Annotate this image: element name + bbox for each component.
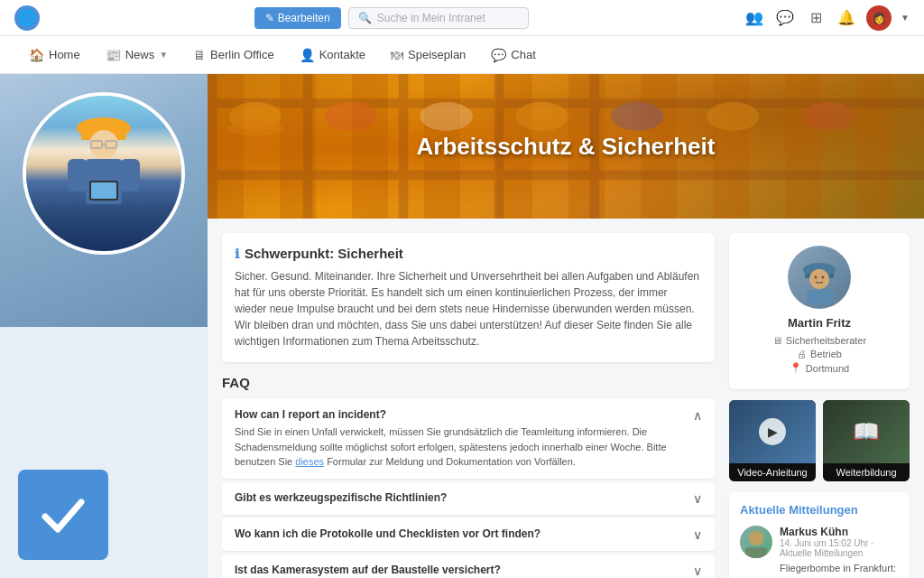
main-container: Arbeitsschutz & Sicherheit ℹ Schwerpunkt… xyxy=(0,74,924,578)
content-area: Arbeitsschutz & Sicherheit ℹ Schwerpunkt… xyxy=(208,74,924,578)
faq-toggle-3[interactable]: ∨ xyxy=(693,527,702,542)
mitteilungen-section: Aktuelle Mitteilungen Markus Kühn 14. Ju… xyxy=(729,492,910,578)
role-icon: 🖥 xyxy=(772,335,782,346)
svg-rect-31 xyxy=(807,290,832,304)
home-icon: 🏠 xyxy=(29,48,44,62)
content-left: ℹ Schwerpunkt: Sicherheit Sicher. Gesund… xyxy=(222,233,715,578)
bell-icon[interactable]: 🔔 xyxy=(836,7,857,29)
faq-toggle-4[interactable]: ∨ xyxy=(693,564,702,578)
location-icon: 📍 xyxy=(790,362,802,374)
mitteilung-meta: 14. Juni um 15:02 Uhr · Aktuelle Mitteil… xyxy=(780,538,899,558)
svg-rect-10 xyxy=(91,182,116,199)
play-button[interactable]: ▶ xyxy=(759,418,786,445)
media-cards: ▶ Video-Anleitung 📖 Weiterbildung xyxy=(729,400,910,481)
nav-chat[interactable]: 💬 Chat xyxy=(480,41,546,70)
svg-rect-14 xyxy=(303,74,313,219)
svg-point-24 xyxy=(707,102,759,131)
hero-title: Arbeitsschutz & Sicherheit xyxy=(417,133,716,161)
nav-home-label: Home xyxy=(49,48,80,61)
search-placeholder: Suche in Mein Intranet xyxy=(377,12,485,24)
nav-bar: 🏠 Home 📰 News ▼ 🖥 Berlin Office 👤 Kontak… xyxy=(0,36,924,74)
top-bar: 🌐 ✎ Bearbeiten 🔍 Suche in Mein Intranet … xyxy=(0,0,924,36)
faq-question-2: Gibt es werkzeugspezifische Richtlinien? xyxy=(235,491,686,504)
contact-card: Martin Fritz 🖥 Sicherheitsberater 🖨 Betr… xyxy=(729,233,910,389)
faq-link-1[interactable]: dieses xyxy=(295,456,324,467)
faq-toggle-1[interactable]: ∧ xyxy=(693,408,702,423)
mitteilung-content: Markus Kühn 14. Juni um 15:02 Uhr · Aktu… xyxy=(780,526,899,578)
nav-berlin-office-label: Berlin Office xyxy=(210,48,274,61)
sidebar-image xyxy=(0,74,208,327)
news-icon: 📰 xyxy=(106,48,121,62)
info-icon: ℹ xyxy=(235,247,239,261)
mitteilung-name: Markus Kühn xyxy=(780,526,899,538)
nav-news-label: News xyxy=(125,48,155,61)
nav-speiseplan[interactable]: 🍽 Speiseplan xyxy=(380,41,476,70)
edu-card[interactable]: 📖 Weiterbildung xyxy=(823,400,910,481)
svg-point-30 xyxy=(822,276,825,279)
chat-icon: 💬 xyxy=(491,48,506,62)
schwerpunkt-text: Sicher. Gesund. Miteinander. Ihre Sicher… xyxy=(235,268,702,350)
hero-banner: Arbeitsschutz & Sicherheit xyxy=(208,74,924,219)
dept-icon: 🖨 xyxy=(797,349,807,359)
mitteilungen-title: Aktuelle Mitteilungen xyxy=(740,503,899,517)
nav-kontakte[interactable]: 👤 Kontakte xyxy=(289,41,376,70)
svg-rect-7 xyxy=(68,159,88,191)
svg-point-32 xyxy=(749,531,763,545)
checkmark-box xyxy=(18,470,108,560)
dropdown-arrow: ▼ xyxy=(901,13,910,23)
contact-role: 🖥 Sicherheitsberater xyxy=(742,335,897,346)
edu-thumbnail: 📖 xyxy=(823,400,910,463)
nav-kontakte-label: Kontakte xyxy=(319,48,365,61)
faq-toggle-2[interactable]: ∨ xyxy=(693,491,702,506)
nav-home[interactable]: 🏠 Home xyxy=(18,41,91,70)
svg-rect-8 xyxy=(120,159,140,191)
svg-point-28 xyxy=(809,269,829,289)
nav-chat-label: Chat xyxy=(511,48,535,61)
content-right: Martin Fritz 🖥 Sicherheitsberater 🖨 Betr… xyxy=(729,233,910,578)
globe-icon: 🌐 xyxy=(14,5,40,31)
faq-question-1: How can I report an incident? xyxy=(235,408,686,421)
svg-point-23 xyxy=(611,102,663,131)
news-dropdown-arrow: ▼ xyxy=(159,50,168,60)
comment-icon[interactable]: 💬 xyxy=(774,7,796,29)
faq-item-2[interactable]: Gibt es werkzeugspezifische Richtlinien?… xyxy=(222,482,715,515)
schwerpunkt-section: ℹ Schwerpunkt: Sicherheit Sicher. Gesund… xyxy=(222,233,715,362)
svg-rect-15 xyxy=(399,74,409,219)
svg-point-20 xyxy=(325,102,377,131)
video-thumbnail: ▶ xyxy=(729,400,816,463)
bearbeiten-button[interactable]: ✎ Bearbeiten xyxy=(254,7,340,29)
svg-rect-13 xyxy=(208,74,217,219)
nav-berlin-office[interactable]: 🖥 Berlin Office xyxy=(182,41,285,70)
kontakte-icon: 👤 xyxy=(300,48,315,62)
faq-title: FAQ xyxy=(222,375,715,390)
video-card[interactable]: ▶ Video-Anleitung xyxy=(729,400,816,481)
faq-item-3[interactable]: Wo kann ich die Protokolle und Checklist… xyxy=(222,518,715,551)
nav-news[interactable]: 📰 News ▼ xyxy=(95,41,179,70)
top-bar-left: 🌐 xyxy=(14,5,40,31)
svg-point-25 xyxy=(802,102,855,131)
svg-point-22 xyxy=(515,102,568,131)
left-sidebar xyxy=(0,74,208,578)
speiseplan-icon: 🍽 xyxy=(391,48,403,62)
schwerpunkt-title: ℹ Schwerpunkt: Sicherheit xyxy=(235,246,702,261)
svg-rect-33 xyxy=(745,547,767,558)
nav-speiseplan-label: Speiseplan xyxy=(408,48,466,61)
users-icon[interactable]: 👥 xyxy=(744,7,765,29)
mitteilung-avatar xyxy=(740,526,772,558)
user-avatar[interactable]: 👩 xyxy=(866,5,892,31)
worker-circle xyxy=(23,92,185,255)
mitteilung-item-1: Markus Kühn 14. Juni um 15:02 Uhr · Aktu… xyxy=(740,526,899,578)
faq-answer-1: Sind Sie in einen Unfall verwickelt, müs… xyxy=(235,424,686,470)
svg-rect-12 xyxy=(208,170,924,180)
search-bar[interactable]: 🔍 Suche in Mein Intranet xyxy=(348,7,529,29)
edu-label: Weiterbildung xyxy=(823,463,910,481)
berlin-office-icon: 🖥 xyxy=(193,48,206,62)
grid-icon[interactable]: ⊞ xyxy=(805,7,827,29)
faq-item-1[interactable]: How can I report an incident? Sind Sie i… xyxy=(222,399,715,479)
top-bar-actions: ✎ Bearbeiten 🔍 Suche in Mein Intranet xyxy=(254,7,528,29)
svg-point-29 xyxy=(815,276,818,279)
contact-location: 📍 Dortmund xyxy=(742,362,897,374)
contact-department: 🖨 Betrieb xyxy=(742,349,897,359)
svg-point-21 xyxy=(420,102,473,131)
faq-item-4[interactable]: Ist das Kamerasystem auf der Baustelle v… xyxy=(222,555,715,579)
